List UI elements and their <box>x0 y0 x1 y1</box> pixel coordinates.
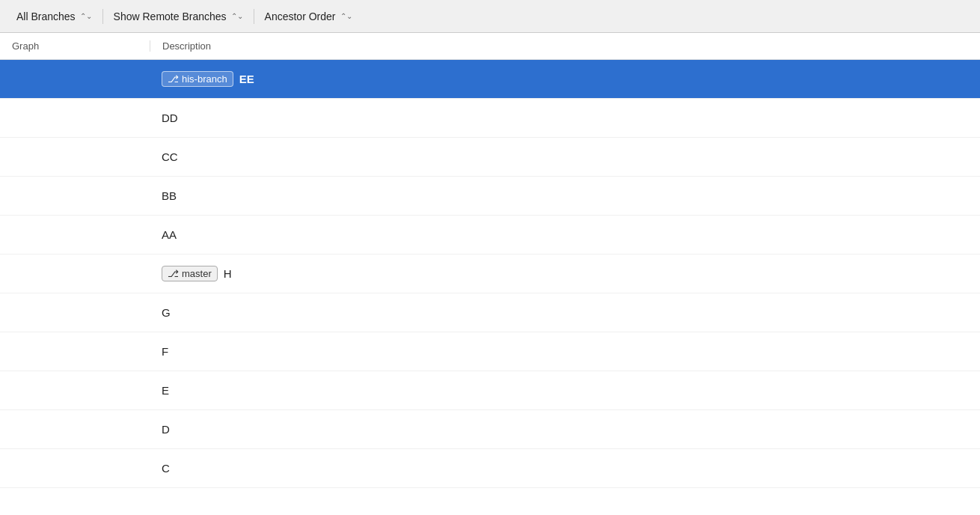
graph-cell <box>0 60 150 98</box>
branch-badge-label: his-branch <box>182 73 227 85</box>
description-cell: E <box>150 384 980 397</box>
graph-cell <box>0 371 150 409</box>
commit-row[interactable]: CC <box>0 138 980 177</box>
toolbar-divider-1 <box>102 9 103 24</box>
description-cell: BB <box>150 189 980 202</box>
commit-row[interactable]: D <box>0 410 980 449</box>
graph-cell <box>0 332 150 371</box>
graph-cell <box>0 293 150 332</box>
graph-cell <box>0 216 150 254</box>
commit-message: E <box>162 384 169 397</box>
branch-icon: ⎇ <box>168 268 179 279</box>
description-cell: DD <box>150 112 980 124</box>
commit-message: D <box>162 423 170 436</box>
description-cell: ⎇ master H <box>150 266 980 281</box>
description-cell: ⎇ his-branch EE <box>150 71 980 87</box>
ancestor-order-label: Ancestor Order <box>265 10 336 22</box>
commit-message: BB <box>162 189 177 202</box>
toolbar: All Branches ⌃⌄ Show Remote Branches ⌃⌄ … <box>0 0 980 33</box>
commit-extra-label: EE <box>239 73 254 85</box>
all-branches-chevron-icon: ⌃⌄ <box>80 12 92 20</box>
description-cell: G <box>150 306 980 319</box>
commit-message: H <box>224 267 232 280</box>
toolbar-divider-2 <box>254 9 254 24</box>
commit-row[interactable]: BB <box>0 177 980 216</box>
all-branches-label: All Branches <box>16 10 76 22</box>
commit-row[interactable]: DD <box>0 99 980 138</box>
commit-message: G <box>162 306 171 319</box>
commit-row[interactable]: G <box>0 293 980 332</box>
commit-row[interactable]: ⎇ his-branch EE <box>0 60 980 99</box>
branch-badge-master: ⎇ master <box>162 266 218 281</box>
commit-row[interactable]: F <box>0 332 980 371</box>
graph-cell <box>0 449 150 487</box>
commit-message: CC <box>162 150 178 163</box>
description-cell: C <box>150 462 980 475</box>
branch-icon: ⎇ <box>168 73 179 85</box>
graph-cell <box>0 99 150 137</box>
commit-message: AA <box>162 228 177 241</box>
graph-column-header: Graph <box>0 40 150 52</box>
column-headers: Graph Description <box>0 33 980 60</box>
graph-cell <box>0 177 150 215</box>
commit-list: ⎇ his-branch EE DD CC BB <box>0 60 980 515</box>
branch-badge-his-branch: ⎇ his-branch <box>162 71 233 87</box>
all-branches-select[interactable]: All Branches ⌃⌄ <box>9 7 99 25</box>
show-remote-label: Show Remote Branches <box>114 10 227 22</box>
commit-row[interactable]: ⎇ master H <box>0 255 980 293</box>
commit-list-inner: ⎇ his-branch EE DD CC BB <box>0 60 980 488</box>
description-cell: F <box>150 345 980 358</box>
description-cell: AA <box>150 228 980 241</box>
commit-row[interactable]: AA <box>0 216 980 255</box>
description-column-header: Description <box>150 40 980 52</box>
commit-row[interactable]: C <box>0 449 980 488</box>
commit-row[interactable]: E <box>0 371 980 410</box>
graph-cell <box>0 410 150 448</box>
description-cell: D <box>150 423 980 436</box>
commit-message: DD <box>162 112 178 124</box>
graph-cell <box>0 255 150 293</box>
description-cell: CC <box>150 150 980 163</box>
graph-cell <box>0 138 150 176</box>
show-remote-select[interactable]: Show Remote Branches ⌃⌄ <box>106 7 251 25</box>
show-remote-chevron-icon: ⌃⌄ <box>231 12 243 20</box>
ancestor-order-select[interactable]: Ancestor Order ⌃⌄ <box>257 7 360 25</box>
branch-badge-label: master <box>182 268 212 279</box>
commit-message: C <box>162 462 170 475</box>
commit-message: F <box>162 345 168 358</box>
ancestor-order-chevron-icon: ⌃⌄ <box>340 12 352 20</box>
